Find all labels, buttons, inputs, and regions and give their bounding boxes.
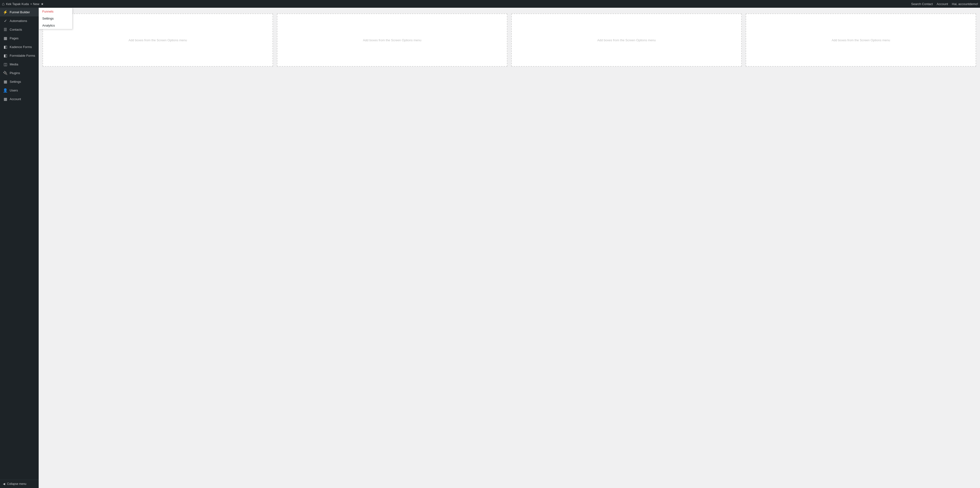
sidebar-label-media: Media bbox=[10, 62, 18, 66]
search-contact-link[interactable]: Search Contact bbox=[911, 2, 933, 6]
sidebar-label-formidable-forms: Formidable Forms bbox=[10, 54, 35, 57]
dashboard-box-text-box3: Add boxes from the Screen Options menu bbox=[597, 38, 656, 42]
submenu-item-analytics[interactable]: Analytics bbox=[39, 22, 72, 29]
sidebar-label-kadence-forms: Kadence Forms bbox=[10, 45, 32, 49]
sidebar-item-account[interactable]: ▦ Account bbox=[0, 95, 39, 103]
collapse-menu-button[interactable]: ◀ Collapse menu bbox=[0, 480, 39, 488]
sidebar-label-settings: Settings bbox=[10, 80, 21, 84]
greeting-text[interactable]: Hai, accountdemo! bbox=[952, 2, 978, 6]
account-link[interactable]: Account bbox=[937, 2, 948, 6]
dashboard-grid: Add boxes from the Screen Options menuAd… bbox=[43, 14, 976, 67]
sidebar-item-funnel-builder[interactable]: ⚡ Funnel Builder bbox=[0, 8, 39, 16]
sidebar-label-account: Account bbox=[10, 97, 21, 101]
sidebar-item-pages[interactable]: ▦ Pages bbox=[0, 34, 39, 43]
sidebar-label-users: Users bbox=[10, 89, 18, 92]
sidebar-icon-kadence-forms: ◧ bbox=[3, 44, 8, 49]
layout: ⚡ Funnel Builder ✓ Automations ☰ Contact… bbox=[0, 8, 980, 488]
dashboard-box-box1: Add boxes from the Screen Options menu bbox=[43, 14, 273, 67]
sidebar-label-funnel-builder: Funnel Builder bbox=[10, 10, 30, 14]
dashboard-box-text-box1: Add boxes from the Screen Options menu bbox=[129, 38, 187, 42]
sidebar-item-contacts[interactable]: ☰ Contacts bbox=[0, 25, 39, 34]
sidebar-item-users[interactable]: 👤 Users bbox=[0, 86, 39, 95]
sidebar-icon-users: 👤 bbox=[3, 88, 8, 93]
sidebar-icon-funnel-builder: ⚡ bbox=[3, 10, 8, 14]
sidebar-label-plugins: Plugins bbox=[10, 71, 20, 75]
sidebar-icon-plugins: 🔌 bbox=[3, 70, 8, 75]
submenu-item-settings[interactable]: Settings bbox=[39, 15, 72, 22]
submenu-item-funnels[interactable]: Funnels bbox=[39, 8, 72, 15]
sidebar-label-pages: Pages bbox=[10, 36, 19, 40]
sidebar-item-plugins[interactable]: 🔌 Plugins bbox=[0, 68, 39, 77]
admin-bar: ⌂ Kek Tapak Kuda + New ★ Search Contact … bbox=[0, 0, 980, 8]
dashboard-box-text-box4: Add boxes from the Screen Options menu bbox=[832, 38, 890, 42]
site-home-icon: ⌂ bbox=[2, 2, 5, 6]
collapse-label: Collapse menu bbox=[7, 482, 26, 486]
sidebar-item-formidable-forms[interactable]: ◧ Formidable Forms bbox=[0, 51, 39, 60]
site-name[interactable]: Kek Tapak Kuda bbox=[6, 2, 29, 6]
submenu-flyout: FunnelsSettingsAnalytics bbox=[39, 8, 73, 29]
sidebar-spacer bbox=[0, 103, 39, 480]
dashboard-box-text-box2: Add boxes from the Screen Options menu bbox=[363, 38, 422, 42]
sidebar-item-media[interactable]: ◫ Media bbox=[0, 60, 39, 68]
main-content: Add boxes from the Screen Options menuAd… bbox=[39, 8, 980, 488]
sidebar-icon-settings: ▦ bbox=[3, 79, 8, 84]
dashboard-box-box2: Add boxes from the Screen Options menu bbox=[277, 14, 508, 67]
dashboard-box-box4: Add boxes from the Screen Options menu bbox=[746, 14, 976, 67]
sidebar-icon-pages: ▦ bbox=[3, 36, 8, 41]
dashboard-box-box3: Add boxes from the Screen Options menu bbox=[511, 14, 742, 67]
sidebar-label-automations: Automations bbox=[10, 19, 27, 23]
collapse-icon: ◀ bbox=[3, 482, 5, 486]
sidebar: ⚡ Funnel Builder ✓ Automations ☰ Contact… bbox=[0, 8, 39, 488]
sidebar-icon-media: ◫ bbox=[3, 62, 8, 67]
sidebar-icon-formidable-forms: ◧ bbox=[3, 53, 8, 58]
sidebar-item-automations[interactable]: ✓ Automations bbox=[0, 16, 39, 25]
sidebar-label-contacts: Contacts bbox=[10, 28, 22, 32]
new-button[interactable]: + New bbox=[30, 2, 39, 6]
admin-bar-right: Search Contact Account Hai, accountdemo! bbox=[911, 2, 978, 6]
sidebar-icon-contacts: ☰ bbox=[3, 27, 8, 32]
star-icon[interactable]: ★ bbox=[41, 2, 44, 6]
sidebar-icon-automations: ✓ bbox=[3, 18, 8, 23]
sidebar-icon-account: ▦ bbox=[3, 97, 8, 101]
sidebar-items: ⚡ Funnel Builder ✓ Automations ☰ Contact… bbox=[0, 8, 39, 103]
admin-bar-left: ⌂ Kek Tapak Kuda + New ★ bbox=[2, 2, 911, 6]
sidebar-item-settings[interactable]: ▦ Settings bbox=[0, 77, 39, 86]
sidebar-item-kadence-forms[interactable]: ◧ Kadence Forms bbox=[0, 43, 39, 51]
